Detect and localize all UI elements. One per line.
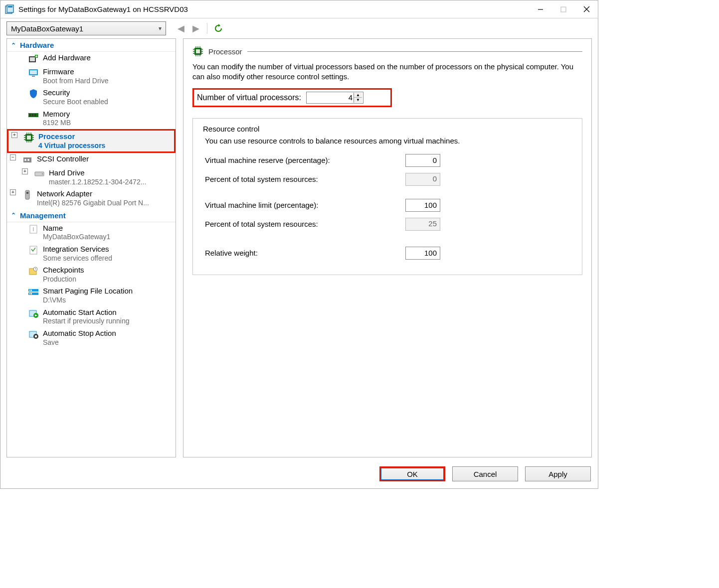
section-management[interactable]: ⌃ Management [7,209,176,222]
auto-start-icon [28,308,39,319]
ram-icon [28,110,39,121]
spin-down-icon[interactable]: ▼ [354,98,362,103]
spinner[interactable]: ▲ ▼ [354,93,362,103]
reserve-input[interactable] [405,154,440,167]
pane-heading: Processor [192,46,582,57]
tree-checkpoints[interactable]: Checkpoints Production [7,264,176,285]
num-processors-input[interactable]: ▲ ▼ [306,92,363,104]
pane-description: You can modify the number of virtual pro… [192,62,582,82]
window-title: Settings for MyDataBoxGateway1 on HCSSRV… [18,5,529,13]
resource-control-legend: Resource control [201,125,261,133]
svg-rect-59 [196,49,200,53]
nav-toolbar: ◀ ▶ [175,22,224,34]
resource-control-group: Resource control You can use resource co… [192,118,582,275]
svg-rect-4 [561,7,566,12]
svg-rect-49 [29,290,30,291]
expand-icon[interactable]: + [11,132,17,138]
tree-smart-paging[interactable]: Smart Paging File Location D:\VMs [7,285,176,306]
svg-point-37 [42,173,43,174]
weight-input[interactable] [405,247,440,260]
titlebar: Settings for MyDataBoxGateway1 on HCSSRV… [0,0,598,18]
svg-rect-57 [35,335,37,337]
expand-icon[interactable]: + [10,189,16,195]
expand-icon[interactable]: + [22,168,28,174]
num-processors-field[interactable] [314,93,354,102]
shield-icon [28,88,39,99]
cpu-icon [23,132,34,143]
drive-icon [34,168,45,179]
tree-auto-start[interactable]: Automatic Start Action Restart if previo… [7,306,176,327]
reserve-row: Virtual machine reserve (percentage): [201,151,440,170]
resource-control-note: You can use resource controls to balance… [205,137,574,145]
nav-forward-button[interactable]: ▶ [190,22,202,34]
tree-firmware[interactable]: Firmware Boot from Hard Drive [7,66,176,87]
percent1-value: 0 [405,173,440,186]
svg-rect-39 [26,192,28,194]
svg-rect-2 [8,6,12,7]
tree-name[interactable]: I Name MyDataBoxGateway1 [7,222,176,243]
tree-auto-stop[interactable]: Automatic Stop Action Save [7,327,176,348]
name-icon: I [28,224,39,235]
paging-icon [28,287,39,297]
percent1-row: Percent of total system resources: 0 [201,170,440,189]
nic-icon [22,189,33,200]
refresh-button[interactable] [212,22,224,34]
maximize-button[interactable] [552,0,575,18]
dialog-buttons: OK Cancel Apply [0,461,598,488]
percent2-label: Percent of total system resources: [205,220,318,228]
svg-text:I: I [33,227,34,232]
percent2-row: Percent of total system resources: 25 [201,215,440,234]
tree-memory[interactable]: Memory 8192 MB [7,108,176,129]
settings-tree: ⌃ Hardware Add Hardware Firmware Boot fr… [6,38,176,457]
vm-selector[interactable]: MyDataBoxGateway1 ▾ [6,21,166,35]
svg-rect-17 [32,114,33,116]
weight-row: Relative weight: [201,244,440,263]
vm-selector-label: MyDataBoxGateway1 [11,24,83,33]
svg-rect-20 [27,136,31,140]
cpu-icon [192,46,203,57]
limit-input[interactable] [405,199,440,212]
cancel-button[interactable]: Cancel [452,466,518,481]
close-button[interactable] [575,0,598,18]
tree-integration[interactable]: Integration Services Some services offer… [7,243,176,264]
nav-back-button[interactable]: ◀ [175,22,187,34]
monitor-icon [28,67,39,78]
settings-window: Settings for MyDataBoxGateway1 on HCSSRV… [0,0,598,489]
spin-up-icon[interactable]: ▲ [354,93,362,98]
heading-rule [247,51,582,52]
svg-rect-50 [31,290,32,291]
section-hardware[interactable]: ⌃ Hardware [7,39,176,52]
detail-pane: Processor You can modify the number of v… [183,38,592,457]
minimize-button[interactable] [529,0,552,18]
svg-rect-51 [29,293,30,294]
tree-scsi[interactable]: − SCSI Controller [7,153,176,167]
collapse-icon: ⌃ [11,42,16,49]
auto-stop-icon [28,329,39,340]
tree-add-hardware[interactable]: Add Hardware [7,52,176,66]
limit-label: Virtual machine limit (percentage): [205,201,318,209]
tree-processor[interactable]: + Processor 4 Virtual processors [7,129,176,153]
svg-rect-16 [29,114,31,116]
integration-icon [28,245,39,256]
collapse-icon[interactable]: − [10,154,16,160]
svg-point-34 [24,159,26,161]
svg-rect-18 [34,114,36,116]
pane-title: Processor [208,47,242,56]
svg-rect-14 [32,76,35,77]
add-hardware-icon [28,53,39,64]
percent2-value: 25 [405,218,440,231]
app-icon [4,4,14,14]
tree-security[interactable]: Security Secure Boot enabled [7,87,176,108]
tree-network-adapter[interactable]: + Network Adapter Intel(R) 82576 Gigabit… [7,188,176,209]
svg-rect-8 [30,57,35,61]
ok-button[interactable]: OK [379,466,445,481]
collapse-icon: ⌃ [11,212,16,219]
reserve-label: Virtual machine reserve (percentage): [205,156,330,164]
tree-hard-drive[interactable]: + Hard Drive master.1.2.18252.1-304-2472… [7,167,176,188]
svg-rect-52 [31,293,32,294]
svg-point-35 [27,159,29,161]
chevron-down-icon: ▾ [159,25,162,32]
apply-button[interactable]: Apply [525,466,591,481]
weight-label: Relative weight: [205,249,258,257]
content-area: ⌃ Hardware Add Hardware Firmware Boot fr… [0,38,598,461]
